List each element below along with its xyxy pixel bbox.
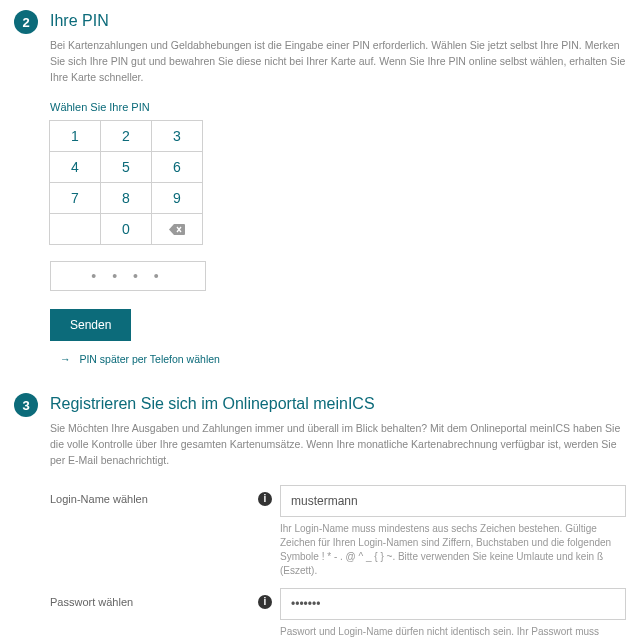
password-row: Passwort wählen i Paswort und Login-Name… [50, 588, 626, 642]
key-backspace[interactable] [151, 213, 203, 245]
step-number-3: 3 [14, 393, 38, 417]
password-label: Passwort wählen [50, 588, 280, 608]
login-hint: Ihr Login-Name muss mindestens aus sechs… [280, 522, 626, 578]
key-8[interactable]: 8 [100, 182, 152, 214]
pin-choose-label: Wählen Sie Ihre PIN [50, 101, 626, 113]
key-0[interactable]: 0 [100, 213, 152, 245]
key-3[interactable]: 3 [151, 120, 203, 152]
backspace-icon [169, 224, 185, 235]
pin-description: Bei Kartenzahlungen und Geldabhebungen i… [50, 38, 626, 85]
login-label: Login-Name wählen [50, 485, 280, 505]
key-4[interactable]: 4 [49, 151, 101, 183]
login-input[interactable] [280, 485, 626, 517]
key-7[interactable]: 7 [49, 182, 101, 214]
pin-phone-link[interactable]: → PIN später per Telefon wählen [50, 353, 626, 365]
key-6[interactable]: 6 [151, 151, 203, 183]
step-register-content: Registrieren Sie sich im Onlineportal me… [50, 393, 626, 641]
key-2[interactable]: 2 [100, 120, 152, 152]
key-1[interactable]: 1 [49, 120, 101, 152]
pin-submit-button[interactable]: Senden [50, 309, 131, 341]
info-icon[interactable]: i [258, 492, 272, 506]
arrow-right-icon: → [60, 353, 71, 365]
register-description: Sie Möchten Ihre Ausgaben und Zahlungen … [50, 421, 626, 468]
password-hint: Paswort und Login-Name dürfen nicht iden… [280, 625, 626, 642]
key-5[interactable]: 5 [100, 151, 152, 183]
step-pin-content: Ihre PIN Bei Kartenzahlungen und Geldabh… [50, 10, 626, 365]
pin-title: Ihre PIN [50, 12, 626, 30]
pin-display: • • • • [50, 261, 206, 291]
key-empty [49, 213, 101, 245]
step-register: 3 Registrieren Sie sich im Onlineportal … [14, 393, 626, 641]
register-title: Registrieren Sie sich im Onlineportal me… [50, 395, 626, 413]
pin-keypad: 1 2 3 4 5 6 7 8 9 0 [50, 121, 203, 245]
info-icon[interactable]: i [258, 595, 272, 609]
step-pin: 2 Ihre PIN Bei Kartenzahlungen und Gelda… [14, 10, 626, 365]
pin-phone-link-label: PIN später per Telefon wählen [79, 353, 219, 365]
login-row: Login-Name wählen i Ihr Login-Name muss … [50, 485, 626, 578]
password-input[interactable] [280, 588, 626, 620]
key-9[interactable]: 9 [151, 182, 203, 214]
step-number-2: 2 [14, 10, 38, 34]
